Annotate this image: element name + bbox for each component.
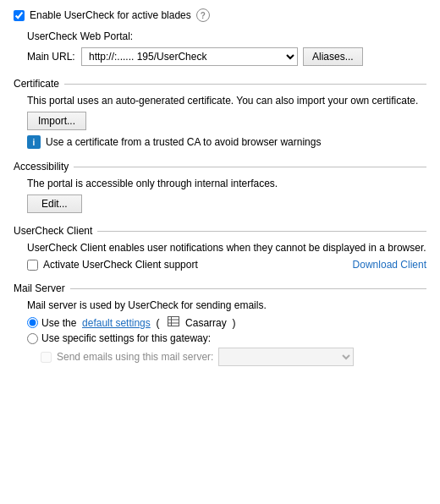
mail-server-divider-row: Mail Server [14, 282, 426, 294]
usercheck-client-divider-row: UserCheck Client [14, 225, 426, 237]
accessibility-content: The portal is accessible only through in… [27, 178, 426, 213]
mail-server-content: Mail server is used by UserCheck for sen… [27, 299, 426, 366]
mail-server-divider-line [70, 288, 426, 289]
download-client-link[interactable]: Download Client [353, 259, 426, 271]
url-label: Main URL: [27, 51, 76, 63]
certificate-section: Certificate This portal uses an auto-gen… [14, 78, 426, 149]
use-specific-label: Use specific settings for this gateway: [41, 332, 211, 344]
web-portal-section: UserCheck Web Portal: Main URL: http://:… [27, 30, 426, 66]
accessibility-section: Accessibility The portal is accessible o… [14, 161, 426, 213]
certificate-divider-row: Certificate [14, 78, 426, 90]
import-button[interactable]: Import... [27, 112, 86, 130]
mail-server-title: Mail Server [14, 282, 65, 294]
accessibility-divider-row: Accessibility [14, 161, 426, 173]
svg-rect-0 [168, 317, 179, 326]
send-emails-label: Send emails using this mail server: [57, 351, 213, 363]
main-url-select[interactable]: http://:...... 195/UserCheck [81, 47, 298, 66]
enable-usercheck-label: Enable UserCheck for active blades [30, 9, 191, 21]
usercheck-client-content: UserCheck Client enables user notificati… [27, 242, 426, 271]
usercheck-client-desc: UserCheck Client enables user notificati… [27, 242, 426, 254]
certificate-content: This portal uses an auto-generated certi… [27, 95, 426, 149]
accessibility-title: Accessibility [14, 161, 69, 173]
usercheck-client-title: UserCheck Client [14, 225, 92, 237]
info-icon: i [27, 135, 41, 149]
activate-left: Activate UserCheck Client support [27, 259, 198, 271]
certificate-title: Certificate [14, 78, 59, 90]
send-emails-checkbox[interactable] [41, 352, 52, 363]
use-specific-radio[interactable] [27, 333, 38, 344]
send-row: Send emails using this mail server: [41, 348, 426, 366]
activate-row: Activate UserCheck Client support Downlo… [27, 259, 426, 271]
certificate-desc: This portal uses an auto-generated certi… [27, 95, 426, 107]
activate-usercheck-checkbox[interactable] [27, 260, 38, 271]
default-settings-link[interactable]: default settings [82, 317, 151, 329]
mail-server-desc: Mail server is used by UserCheck for sen… [27, 299, 426, 311]
accessibility-divider-line [74, 167, 426, 167]
usercheck-client-divider-line [97, 231, 426, 232]
table-icon [168, 316, 179, 326]
url-row: Main URL: http://:...... 195/UserCheck A… [27, 47, 426, 66]
use-default-radio-row: Use the default settings ( Casarray ) [27, 316, 426, 329]
activate-label: Activate UserCheck Client support [43, 259, 198, 271]
help-icon[interactable]: ? [196, 8, 210, 22]
edit-button[interactable]: Edit... [27, 194, 82, 213]
send-emails-select[interactable] [218, 348, 354, 366]
web-portal-label: UserCheck Web Portal: [27, 30, 426, 42]
enable-usercheck-checkbox[interactable] [14, 10, 25, 21]
use-specific-radio-row: Use specific settings for this gateway: [27, 332, 426, 344]
certificate-info-row: i Use a certificate from a trusted CA to… [27, 135, 426, 149]
use-default-radio[interactable] [27, 317, 38, 328]
aliases-button[interactable]: Aliases... [303, 47, 363, 66]
certificate-info-text: Use a certificate from a trusted CA to a… [46, 136, 321, 148]
usercheck-client-section: UserCheck Client UserCheck Client enable… [14, 225, 426, 271]
enable-usercheck-row: Enable UserCheck for active blades ? [14, 8, 426, 22]
certificate-divider-line [64, 84, 426, 85]
accessibility-desc: The portal is accessible only through in… [27, 178, 426, 189]
use-default-label: Use the default settings ( Casarray ) [41, 316, 235, 329]
mail-server-section: Mail Server Mail server is used by UserC… [14, 282, 426, 366]
